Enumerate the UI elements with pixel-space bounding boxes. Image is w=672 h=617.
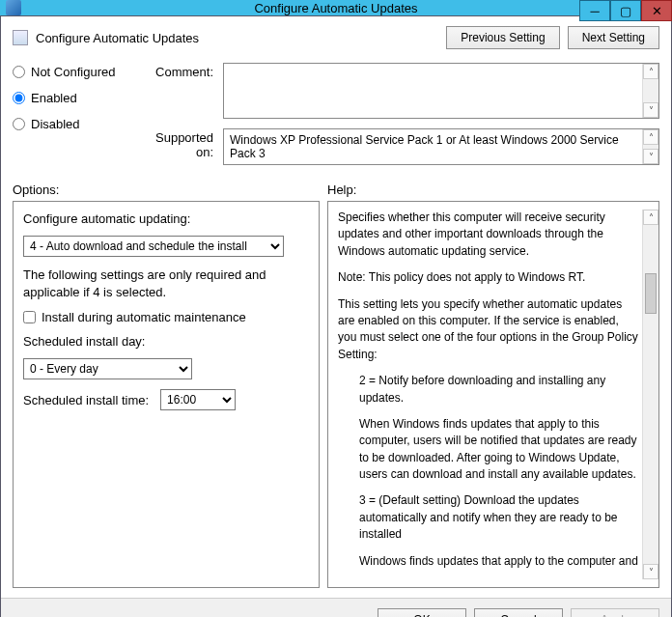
radio-not-configured-input[interactable] bbox=[13, 66, 25, 78]
radio-disabled[interactable]: Disabled bbox=[13, 117, 138, 131]
radio-enabled-input[interactable] bbox=[13, 92, 25, 104]
apply-button[interactable]: Apply bbox=[571, 608, 659, 617]
next-setting-button[interactable]: Next Setting bbox=[568, 26, 659, 49]
supported-on-text: Windows XP Professional Service Pack 1 o… bbox=[224, 129, 642, 164]
help-panel: Specifies whether this computer will rec… bbox=[327, 201, 659, 588]
options-label: Options: bbox=[13, 182, 327, 197]
bottom-bar: OK Cancel Apply bbox=[1, 598, 671, 617]
radio-disabled-label: Disabled bbox=[31, 117, 80, 131]
scrollbar-thumb[interactable] bbox=[645, 273, 657, 314]
install-maintenance-checkbox[interactable]: Install during automatic maintenance bbox=[23, 310, 309, 324]
radio-not-configured-label: Not Configured bbox=[31, 65, 115, 79]
help-scrollbar[interactable]: ˄ ˅ bbox=[642, 210, 658, 579]
supported-scrollbar[interactable]: ˄ ˅ bbox=[642, 129, 658, 164]
titlebar: Configure Automatic Updates ─ ▢ ✕ bbox=[0, 0, 672, 15]
scheduled-day-label: Scheduled install day: bbox=[23, 334, 309, 349]
minimize-button[interactable]: ─ bbox=[579, 0, 610, 21]
scroll-up-icon[interactable]: ˄ bbox=[643, 129, 658, 145]
scroll-down-icon[interactable]: ˅ bbox=[643, 564, 658, 579]
radio-enabled[interactable]: Enabled bbox=[13, 91, 138, 105]
help-label: Help: bbox=[327, 182, 356, 197]
policy-name: Configure Automatic Updates bbox=[36, 31, 199, 45]
help-text: Specifies whether this computer will rec… bbox=[338, 210, 642, 579]
window-title: Configure Automatic Updates bbox=[254, 1, 417, 15]
cancel-button[interactable]: Cancel bbox=[474, 608, 563, 617]
policy-icon bbox=[13, 30, 28, 45]
ok-button[interactable]: OK bbox=[378, 608, 466, 617]
comment-label: Comment: bbox=[138, 63, 223, 119]
scheduled-day-select[interactable]: 0 - Every day bbox=[23, 358, 192, 379]
previous-setting-button[interactable]: Previous Setting bbox=[446, 26, 559, 49]
install-maintenance-label: Install during automatic maintenance bbox=[42, 310, 246, 324]
scrollbar-track[interactable] bbox=[643, 225, 658, 564]
close-button[interactable]: ✕ bbox=[641, 0, 672, 21]
radio-disabled-input[interactable] bbox=[13, 118, 25, 130]
options-note: The following settings are only required… bbox=[23, 266, 309, 300]
configure-updating-select[interactable]: 4 - Auto download and schedule the insta… bbox=[23, 236, 284, 257]
comment-textbox[interactable]: ˄ ˅ bbox=[223, 63, 659, 119]
scroll-down-icon[interactable]: ˅ bbox=[643, 149, 658, 164]
supported-on-label: Supported on: bbox=[138, 128, 223, 165]
comment-textarea[interactable] bbox=[224, 64, 642, 118]
app-icon bbox=[6, 0, 21, 15]
scheduled-time-label: Scheduled install time: bbox=[23, 393, 149, 407]
supported-on-box: Windows XP Professional Service Pack 1 o… bbox=[223, 128, 659, 165]
options-panel: Configure automatic updating: 4 - Auto d… bbox=[13, 201, 320, 588]
scroll-up-icon[interactable]: ˄ bbox=[643, 64, 658, 79]
scheduled-time-select[interactable]: 16:00 bbox=[160, 389, 236, 410]
install-maintenance-input[interactable] bbox=[23, 311, 36, 323]
comment-scrollbar[interactable]: ˄ ˅ bbox=[642, 64, 658, 118]
configure-updating-label: Configure automatic updating: bbox=[23, 211, 309, 226]
maximize-button[interactable]: ▢ bbox=[610, 0, 641, 21]
radio-enabled-label: Enabled bbox=[31, 91, 77, 105]
scroll-down-icon[interactable]: ˅ bbox=[643, 102, 658, 118]
radio-not-configured[interactable]: Not Configured bbox=[13, 65, 138, 79]
scroll-up-icon[interactable]: ˄ bbox=[643, 210, 658, 225]
